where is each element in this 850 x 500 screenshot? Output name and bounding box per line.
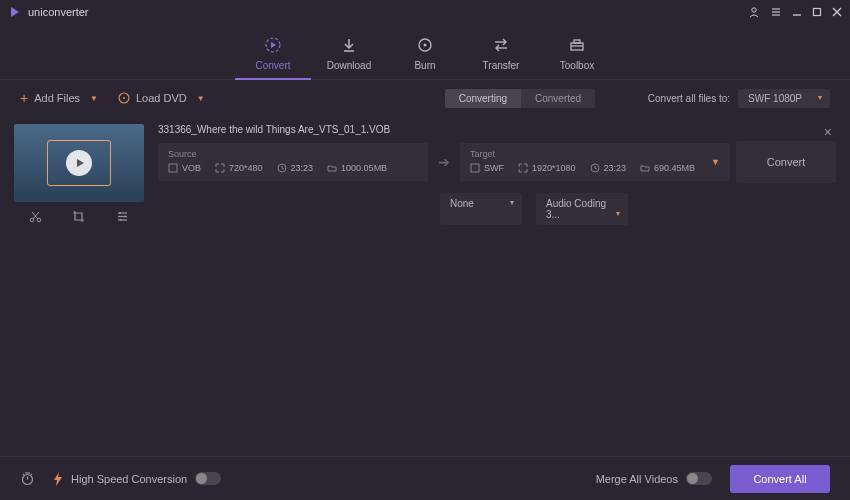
nav-convert-label: Convert [255, 60, 290, 71]
convert-button[interactable]: Convert [736, 141, 836, 183]
target-format: SWF [484, 163, 504, 173]
svg-line-40 [23, 474, 24, 475]
status-segmented: Converting Converted [445, 89, 596, 108]
close-icon[interactable] [832, 7, 842, 17]
nav-toolbox-label: Toolbox [560, 60, 594, 71]
timer-icon[interactable] [20, 471, 35, 486]
nav-burn[interactable]: Burn [387, 36, 463, 79]
minimize-icon[interactable] [792, 7, 802, 17]
toolbar: + Add Files ▼ Load DVD ▼ Converting Conv… [0, 80, 850, 116]
source-duration: 23:23 [291, 163, 314, 173]
resolution-icon [518, 163, 528, 173]
nav-toolbox[interactable]: Toolbox [539, 36, 615, 79]
source-size: 1000.05MB [341, 163, 387, 173]
menu-icon[interactable] [770, 6, 782, 18]
plus-icon: + [20, 90, 28, 106]
maximize-icon[interactable] [812, 7, 822, 17]
format-icon [168, 163, 178, 173]
trim-icon[interactable] [29, 210, 42, 223]
video-track-select[interactable]: None [440, 193, 522, 225]
burn-icon [416, 36, 434, 54]
toolbox-icon [568, 36, 586, 54]
add-files-button[interactable]: + Add Files ▼ [20, 90, 98, 106]
content-area: × 331366_Where the wild Things Are_VTS_0… [0, 116, 850, 233]
convert-button-label: Convert [767, 156, 806, 168]
high-speed-toggle[interactable] [195, 472, 221, 485]
transfer-icon [492, 36, 510, 54]
add-files-label: Add Files [34, 92, 80, 104]
target-format-select[interactable]: SWF 1080P [738, 89, 830, 108]
format-icon [470, 163, 480, 173]
folder-icon [640, 163, 650, 173]
nav-transfer-label: Transfer [483, 60, 520, 71]
load-dvd-label: Load DVD [136, 92, 187, 104]
svg-point-21 [123, 97, 125, 99]
nav-convert[interactable]: Convert [235, 36, 311, 79]
main-nav: Convert Download Burn Transfer Toolbox [0, 24, 850, 80]
svg-point-1 [752, 8, 756, 12]
svg-rect-35 [471, 164, 479, 172]
nav-transfer[interactable]: Transfer [463, 36, 539, 79]
target-duration: 23:23 [604, 163, 627, 173]
app-logo-icon [8, 5, 22, 19]
video-track-value: None [450, 198, 474, 209]
target-format-value: SWF 1080P [748, 93, 802, 104]
effects-icon[interactable] [116, 210, 129, 223]
source-panel: Source VOB 720*480 23:23 1000.05MB [158, 143, 428, 181]
chevron-down-icon: ▼ [711, 157, 720, 167]
app-title: uniconverter [28, 6, 89, 18]
merge-all-label: Merge All Videos [596, 473, 678, 485]
video-thumbnail[interactable] [14, 124, 144, 202]
file-name: 331366_Where the wild Things Are_VTS_01_… [158, 124, 836, 135]
load-dvd-button[interactable]: Load DVD ▼ [118, 92, 205, 104]
account-icon[interactable] [748, 6, 760, 18]
convert-all-label: Convert all files to: [648, 93, 730, 104]
footer: High Speed Conversion Merge All Videos C… [0, 456, 850, 500]
clock-icon [590, 163, 600, 173]
target-resolution: 1920*1080 [532, 163, 576, 173]
chevron-down-icon: ▼ [197, 94, 205, 103]
svg-marker-0 [11, 7, 19, 17]
svg-rect-18 [574, 40, 580, 43]
audio-track-value: Audio Coding 3... [546, 198, 606, 220]
nav-download[interactable]: Download [311, 36, 387, 79]
download-icon [340, 36, 358, 54]
play-icon [66, 150, 92, 176]
crop-icon[interactable] [72, 210, 85, 223]
source-format: VOB [182, 163, 201, 173]
svg-point-30 [119, 212, 121, 214]
high-speed-label: High Speed Conversion [71, 473, 187, 485]
file-card: × 331366_Where the wild Things Are_VTS_0… [14, 124, 836, 225]
audio-track-select[interactable]: Audio Coding 3... [536, 193, 628, 225]
arrow-icon: ➔ [434, 154, 454, 170]
chevron-down-icon: ▼ [90, 94, 98, 103]
resolution-icon [215, 163, 225, 173]
merge-all-toggle[interactable] [686, 472, 712, 485]
nav-burn-label: Burn [414, 60, 435, 71]
svg-marker-22 [77, 159, 84, 167]
disc-icon [118, 92, 130, 104]
bolt-icon [53, 472, 63, 486]
svg-line-41 [31, 474, 32, 475]
remove-file-icon[interactable]: × [824, 124, 832, 140]
target-label: Target [470, 149, 720, 159]
svg-point-32 [120, 219, 122, 221]
seg-converted[interactable]: Converted [521, 89, 595, 108]
convert-all-label: Convert All [753, 473, 806, 485]
titlebar: uniconverter [0, 0, 850, 24]
source-resolution: 720*480 [229, 163, 263, 173]
target-size: 690.45MB [654, 163, 695, 173]
svg-point-31 [124, 215, 126, 217]
svg-rect-6 [814, 9, 821, 16]
svg-marker-10 [271, 42, 276, 48]
clock-icon [277, 163, 287, 173]
convert-icon [264, 36, 282, 54]
folder-icon [327, 163, 337, 173]
nav-download-label: Download [327, 60, 371, 71]
seg-converting[interactable]: Converting [445, 89, 521, 108]
target-panel[interactable]: ▼ Target SWF 1920*1080 23:23 690.45MB [460, 143, 730, 181]
svg-point-14 [424, 44, 427, 47]
source-label: Source [168, 149, 418, 159]
convert-all-button[interactable]: Convert All [730, 465, 830, 493]
svg-marker-42 [54, 472, 62, 486]
